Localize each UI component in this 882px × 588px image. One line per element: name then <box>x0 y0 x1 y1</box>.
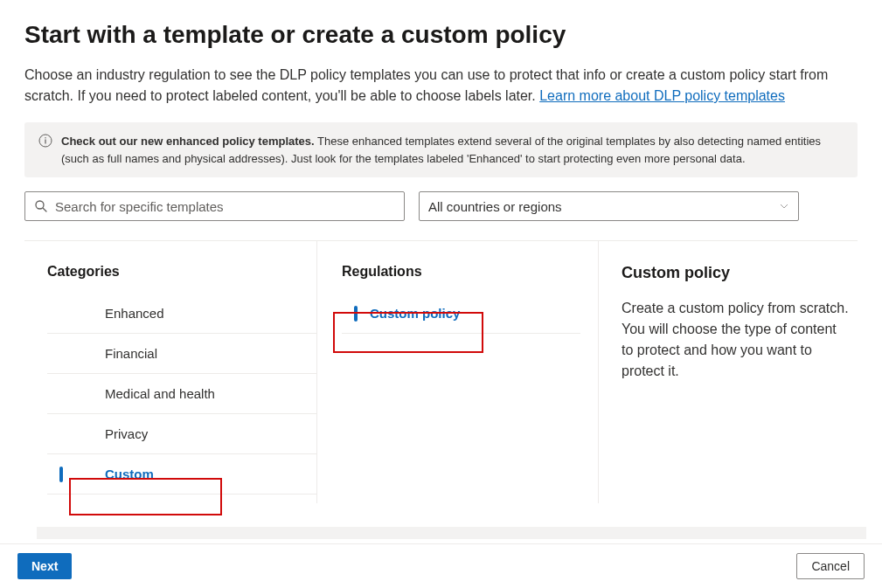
selected-indicator <box>59 467 63 482</box>
chevron-down-icon <box>779 199 789 214</box>
search-box[interactable] <box>24 191 405 221</box>
search-icon <box>34 199 48 213</box>
regulations-list: Custom policy <box>342 294 580 334</box>
horizontal-scrollbar[interactable] <box>37 527 866 539</box>
category-privacy[interactable]: Privacy <box>47 414 316 454</box>
svg-rect-1 <box>45 140 45 144</box>
intro-text: Choose an industry regulation to see the… <box>24 65 858 107</box>
search-input[interactable] <box>55 199 395 214</box>
category-label: Enhanced <box>58 306 164 321</box>
category-medical[interactable]: Medical and health <box>47 374 316 414</box>
next-button[interactable]: Next <box>17 553 72 579</box>
region-select[interactable]: All countries or regions <box>419 191 799 221</box>
categories-list: Enhanced Financial Medical and health Pr… <box>47 294 316 495</box>
regulations-heading: Regulations <box>342 264 580 280</box>
footer-bar: Next Cancel <box>0 543 882 588</box>
category-label: Medical and health <box>58 386 215 401</box>
category-label: Privacy <box>58 426 148 441</box>
regulation-custom-policy[interactable]: Custom policy <box>342 294 580 334</box>
selected-indicator <box>354 306 358 322</box>
category-enhanced[interactable]: Enhanced <box>47 294 316 334</box>
page-title: Start with a template or create a custom… <box>24 21 858 49</box>
info-banner: Check out our new enhanced policy templa… <box>24 122 858 177</box>
svg-rect-2 <box>45 137 45 138</box>
regulation-label: Custom policy <box>352 306 460 321</box>
detail-column: Custom policy Create a custom policy fro… <box>599 241 858 503</box>
detail-description: Create a custom policy from scratch. You… <box>622 298 851 382</box>
category-financial[interactable]: Financial <box>47 334 316 374</box>
detail-title: Custom policy <box>622 264 851 282</box>
categories-heading: Categories <box>47 264 316 280</box>
learn-more-link[interactable]: Learn more about DLP policy templates <box>539 88 785 103</box>
category-label: Custom <box>58 467 154 481</box>
cancel-button[interactable]: Cancel <box>796 553 865 579</box>
svg-line-4 <box>43 208 46 211</box>
info-bold: Check out our new enhanced policy templa… <box>61 135 315 148</box>
info-icon <box>38 134 52 148</box>
region-select-value: All countries or regions <box>428 199 562 214</box>
category-custom[interactable]: Custom <box>47 454 316 495</box>
categories-column: Categories Enhanced Financial Medical an… <box>24 241 317 503</box>
category-label: Financial <box>58 346 157 361</box>
svg-point-3 <box>36 201 44 209</box>
regulations-column: Regulations Custom policy <box>317 241 599 503</box>
